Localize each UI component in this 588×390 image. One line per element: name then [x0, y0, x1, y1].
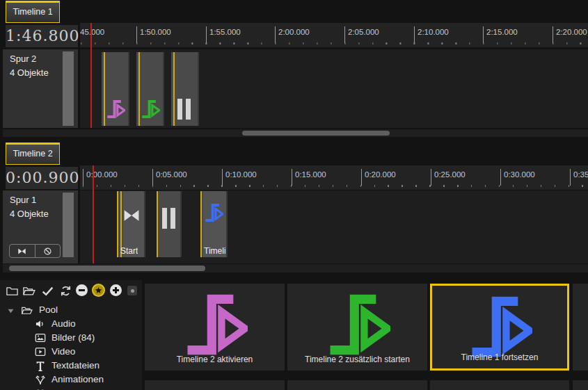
- timeline2-time-display: 0:00.900: [6, 167, 78, 189]
- timeline-jump-icon: [182, 292, 248, 357]
- track-fader[interactable]: [63, 193, 74, 257]
- tile-row2[interactable]: [145, 380, 285, 390]
- track-button-group: [9, 244, 61, 258]
- timeline1-time-display: 1:46.800: [6, 25, 78, 47]
- timeline2-track-row: Spur 1 4 Objekte S: [0, 190, 588, 263]
- tile-row2[interactable]: [430, 380, 569, 390]
- tab-timeline-2[interactable]: Timeline 2: [6, 143, 60, 165]
- favorites-button[interactable]: [92, 284, 105, 297]
- clip-pause[interactable]: [157, 191, 182, 257]
- timeline1-scrollbar-thumb[interactable]: [242, 131, 390, 136]
- expander-icon[interactable]: [7, 307, 15, 315]
- clip-start[interactable]: Start: [117, 191, 145, 257]
- tree-item-label: Bilder (84): [51, 332, 95, 343]
- skip-to-start-button[interactable]: [10, 245, 35, 257]
- tree-item-video[interactable]: Video: [0, 346, 142, 359]
- tree-item-textdateien[interactable]: Textdateien: [0, 359, 142, 373]
- tree-item-label: Textdateien: [51, 360, 100, 371]
- closed-folder-icon: [6, 284, 19, 298]
- timeline1-ruler[interactable]: 45.000 1:50.000 1:55.000 2:00.000 2:05.0…: [80, 23, 588, 47]
- clip-start-marker: [117, 191, 118, 257]
- clip-start-marker: [138, 52, 140, 126]
- clip-label: Timeli…: [204, 246, 225, 256]
- closed-folder-button[interactable]: [6, 284, 19, 298]
- timeline-editor-window: Timeline 1 1:46.800 45.000 1:50.000 1:55…: [0, 0, 588, 390]
- tile-row2[interactable]: [287, 380, 427, 390]
- skip-to-start-icon: [122, 206, 141, 225]
- ruler-tick: 1:50.000: [136, 26, 137, 43]
- timeline2-track-area[interactable]: Start Timeli…: [80, 190, 588, 263]
- timeline2-ruler[interactable]: 0:00.000 0:05.000 0:10.000 0:15.000 0:20…: [80, 165, 588, 190]
- tile-label: Timeline 2 zusätzlich starten: [287, 355, 427, 364]
- clip-start-marker: [104, 52, 105, 126]
- open-folder-icon: [22, 284, 35, 298]
- track-object-count: 4 Objekte: [10, 67, 49, 78]
- video-icon: [35, 346, 46, 357]
- timeline2-playhead: [93, 165, 94, 263]
- tile-label: Timeline 2 aktivieren: [145, 355, 285, 364]
- pause-icon: [186, 99, 191, 120]
- tree-item-pool[interactable]: Pool: [0, 304, 142, 317]
- timeline1-section: Timeline 1 1:46.800 45.000 1:50.000 1:55…: [0, 0, 588, 137]
- timeline-jump-icon: [204, 202, 223, 223]
- tile-empty[interactable]: [573, 284, 588, 371]
- tree-item-label: Audio: [51, 318, 76, 329]
- tab-timeline-1-label: Timeline 1: [13, 7, 52, 17]
- clip-start-marker: [200, 191, 202, 257]
- ruler-tick: 0:15.000: [292, 169, 292, 186]
- ruler-tick: 1:55.000: [206, 26, 207, 43]
- pause-icon: [177, 99, 182, 120]
- star-circle-icon: [95, 286, 102, 294]
- tree-item-audio[interactable]: Audio: [0, 318, 142, 331]
- ruler-tick: 2:00.000: [275, 26, 276, 43]
- tile-row2[interactable]: [573, 380, 588, 390]
- refresh-button[interactable]: [59, 284, 72, 298]
- track-header-spur1: Spur 1 4 Objekte: [3, 190, 78, 263]
- clip-pause[interactable]: [171, 52, 199, 126]
- tile-timeline1-fortsetzen[interactable]: Timeline 1 fortsetzen: [430, 284, 569, 371]
- tree-item-partial[interactable]: [0, 387, 142, 390]
- timeline2-scrollbar-thumb[interactable]: [9, 266, 205, 271]
- track-name: Spur 2: [10, 54, 36, 64]
- clip-timeline-jump-magenta[interactable]: [102, 52, 129, 126]
- track-header-spur2: Spur 2 4 Objekte: [3, 49, 78, 128]
- ruler-minor-ticks: [80, 185, 588, 187]
- ruler-tick: 2:05.000: [344, 26, 345, 43]
- bottom-panel: Pool Audio Bilder (84) Video Textdateien…: [0, 278, 588, 390]
- check-button[interactable]: [41, 284, 54, 298]
- disable-button[interactable]: [35, 245, 61, 257]
- track-fader[interactable]: [63, 51, 74, 126]
- timeline-jump-icon: [325, 292, 390, 357]
- clip-start-marker: [173, 52, 175, 126]
- clip-timeline-jump-green[interactable]: [136, 52, 164, 126]
- tab-timeline-1[interactable]: Timeline 1: [6, 1, 60, 23]
- refresh-icon: [59, 284, 72, 298]
- open-folder-button[interactable]: [22, 284, 35, 298]
- timeline2-scrollbar[interactable]: [3, 264, 588, 273]
- tree-item-label: Video: [51, 346, 75, 357]
- zoom-in-button[interactable]: [110, 284, 122, 296]
- timeline1-track-row: Spur 2 4 Objekte: [0, 49, 588, 128]
- open-folder-icon: [21, 304, 33, 316]
- ruler-tick: 0:00.000: [83, 169, 84, 186]
- animation-icon: [35, 374, 46, 385]
- track-object-count: 4 Objekte: [10, 209, 49, 219]
- ruler-tick: 0:05.000: [152, 169, 153, 186]
- ruler-tick: 0:25.000: [431, 169, 431, 186]
- tile-label: Timeline 1 fortsetzen: [432, 352, 567, 362]
- text-icon: [35, 360, 46, 371]
- zoom-out-button[interactable]: [76, 284, 88, 296]
- pool-panel: Pool Audio Bilder (84) Video Textdateien…: [0, 280, 142, 390]
- tile-timeline2-aktivieren[interactable]: Timeline 2 aktivieren: [145, 284, 285, 371]
- tree-item-animationen[interactable]: Animationen: [0, 373, 142, 387]
- pause-icon: [162, 208, 167, 229]
- timeline1-scrollbar[interactable]: [3, 129, 588, 137]
- tree-item-bilder[interactable]: Bilder (84): [0, 332, 142, 345]
- image-icon: [35, 332, 46, 343]
- detail-size-knob[interactable]: [127, 286, 137, 295]
- clip-timeline-jump-blue[interactable]: Timeli…: [200, 191, 228, 257]
- tree-item-label: Animationen: [51, 374, 104, 384]
- timeline1-track-area[interactable]: [80, 49, 588, 128]
- tile-timeline2-zusaetzlich-starten[interactable]: Timeline 2 zusätzlich starten: [287, 284, 427, 371]
- ruler-tick: 0:30.000: [500, 169, 501, 186]
